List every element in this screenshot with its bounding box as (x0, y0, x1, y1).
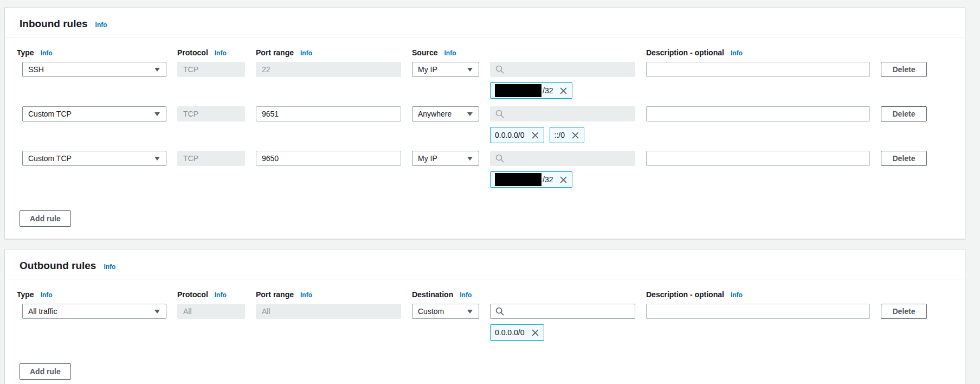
chevron-down-icon (154, 157, 160, 161)
add-rule-button[interactable]: Add rule (20, 210, 71, 227)
outbound-rules-panel: Outbound rules Info TypeInfoProtocolInfo… (4, 249, 965, 384)
add-rule-button[interactable]: Add rule (20, 363, 71, 380)
source-search-box (490, 106, 635, 121)
redacted-ip (495, 84, 541, 97)
protocol-info-link[interactable]: Info (215, 49, 227, 57)
inbound-rules-body: TypeInfoProtocolInfoPort rangeInfoSource… (5, 48, 965, 239)
chevron-down-icon (467, 112, 473, 116)
source-search-box (490, 62, 635, 77)
column-header-port_range: Port rangeInfo (256, 290, 401, 299)
column-header-port_range: Port rangeInfo (256, 48, 401, 57)
column-header-source: SourceInfo (412, 48, 635, 57)
port-range-input (256, 62, 401, 77)
port-range-input[interactable] (256, 106, 401, 121)
protocol-input (177, 304, 245, 319)
remove-token-icon[interactable] (559, 87, 568, 95)
type-info-link[interactable]: Info (41, 49, 53, 57)
outbound-rules-header: Outbound rules Info (5, 249, 965, 279)
source-select[interactable]: My IP (412, 151, 479, 166)
cidr-token-text: ::/0 (555, 131, 565, 139)
inbound-rules-info-link[interactable]: Info (95, 21, 107, 29)
cidr-token-row: 0.0.0.0/0::/0 (490, 127, 965, 143)
description-info-link[interactable]: Info (731, 291, 743, 299)
chevron-down-icon (154, 68, 160, 72)
type-label: Type (17, 290, 34, 299)
destination-select[interactable]: Custom (412, 304, 479, 319)
outbound-rules-title: Outbound rules (20, 260, 96, 272)
column-header-protocol: ProtocolInfo (177, 48, 245, 57)
column-header-type: TypeInfo (17, 290, 166, 299)
column-header-description: Description - optionalInfo (646, 48, 881, 57)
remove-token-icon[interactable] (559, 176, 568, 184)
remove-token-icon[interactable] (571, 131, 579, 139)
type-select[interactable]: All traffic (22, 304, 166, 319)
description-info-link[interactable]: Info (731, 49, 743, 57)
source-info-link[interactable]: Info (444, 49, 456, 57)
security-group-rule: All trafficCustomDelete0.0.0.0/0 (5, 304, 965, 341)
type-select-value: SSH (28, 65, 44, 74)
cidr-token-row: /32 (490, 171, 965, 188)
source-search-box (490, 151, 635, 166)
rule-controls-row: All trafficCustomDelete (22, 304, 965, 319)
description-input[interactable] (646, 62, 870, 77)
source-select[interactable]: My IP (412, 62, 479, 77)
destination-info-link[interactable]: Info (460, 291, 472, 299)
port-range-input[interactable] (256, 151, 401, 166)
cidr-token: /32 (490, 171, 572, 188)
destination-select-value: Custom (418, 307, 444, 316)
column-headers-row: TypeInfoProtocolInfoPort rangeInfoDestin… (17, 290, 965, 299)
cidr-token: ::/0 (550, 127, 584, 143)
type-info-link[interactable]: Info (41, 291, 53, 299)
search-icon (495, 307, 504, 316)
cidr-token: 0.0.0.0/0 (490, 127, 544, 143)
type-label: Type (17, 48, 34, 57)
delete-rule-button[interactable]: Delete (881, 62, 927, 77)
source-search-input (490, 62, 635, 77)
description-input[interactable] (646, 106, 870, 121)
chevron-down-icon (467, 157, 473, 161)
cidr-token-text: /32 (543, 175, 553, 184)
search-icon (495, 65, 504, 74)
cidr-token: /32 (490, 82, 572, 99)
cidr-token-row: 0.0.0.0/0 (490, 324, 965, 341)
inbound-rules-title: Inbound rules (20, 18, 88, 30)
column-header-protocol: ProtocolInfo (177, 290, 245, 299)
type-select-value: All traffic (28, 307, 57, 316)
type-select-value: Custom TCP (28, 154, 72, 163)
chevron-down-icon (467, 310, 473, 313)
delete-rule-button[interactable]: Delete (881, 151, 927, 166)
security-group-rule: SSHMy IPDelete/32 (5, 62, 965, 99)
delete-rule-button[interactable]: Delete (881, 106, 927, 121)
protocol-label: Protocol (177, 48, 208, 57)
cidr-token-text: 0.0.0.0/0 (495, 328, 525, 337)
rule-controls-row: SSHMy IPDelete (22, 62, 965, 77)
cidr-token-text: 0.0.0.0/0 (495, 131, 525, 139)
redacted-ip (495, 173, 541, 186)
type-select[interactable]: Custom TCP (22, 151, 166, 166)
description-label: Description - optional (646, 48, 724, 57)
delete-rule-button[interactable]: Delete (881, 304, 927, 319)
port-range-input (256, 304, 401, 319)
security-group-rules-page: Inbound rules Info TypeInfoProtocolInfoP… (0, 0, 980, 384)
remove-token-icon[interactable] (531, 131, 539, 139)
description-input[interactable] (646, 304, 870, 319)
source-select-value: Anywhere (418, 110, 452, 118)
remove-token-icon[interactable] (531, 329, 539, 337)
column-header-description: Description - optionalInfo (646, 290, 881, 299)
protocol-input (177, 62, 245, 77)
description-input[interactable] (646, 151, 870, 166)
outbound-rules-info-link[interactable]: Info (104, 263, 115, 271)
port_range-info-link[interactable]: Info (300, 49, 312, 57)
protocol-label: Protocol (177, 290, 208, 299)
search-icon (495, 154, 504, 163)
destination-label: Destination (412, 290, 453, 299)
source-search-input (490, 106, 635, 121)
source-select[interactable]: Anywhere (412, 106, 479, 121)
chevron-down-icon (467, 68, 473, 72)
protocol-info-link[interactable]: Info (215, 291, 227, 299)
port_range-label: Port range (256, 48, 294, 57)
type-select[interactable]: Custom TCP (22, 106, 166, 121)
destination-search-input[interactable] (490, 304, 635, 319)
port_range-info-link[interactable]: Info (300, 291, 312, 299)
type-select[interactable]: SSH (22, 62, 166, 77)
